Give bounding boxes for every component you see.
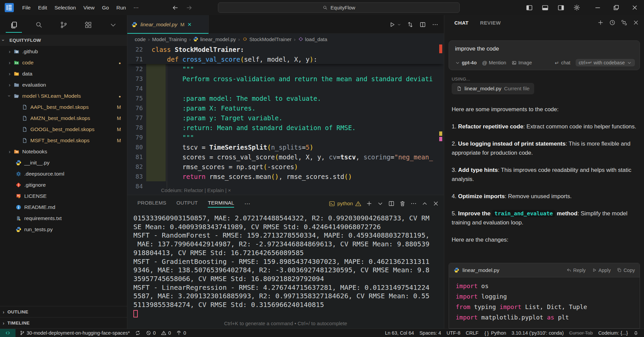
sidebar-item-outline[interactable]: OUTLINE xyxy=(0,306,127,317)
tree-item-license[interactable]: LICENSE xyxy=(0,190,127,202)
status-spaces-4[interactable]: Spaces: 4 xyxy=(417,329,444,337)
activity-explorer-icon[interactable] xyxy=(9,19,19,31)
layout-panel-icon[interactable] xyxy=(542,4,549,11)
chat-input-controls: gpt-4o @ Mention Image ↵ chat ctrl+↵ wit… xyxy=(455,59,635,66)
model-selector[interactable]: gpt-4o xyxy=(455,60,477,65)
terminal-output[interactable]: 015333960903150857, MAE: 2.0721744885443… xyxy=(133,214,429,317)
activity-extensions-icon[interactable] xyxy=(83,19,93,31)
status-utf-8[interactable]: UTF-8 xyxy=(444,329,463,337)
tree-item--github[interactable]: .github xyxy=(0,46,127,57)
menu-view[interactable]: View xyxy=(79,5,98,11)
tab-chat[interactable]: CHAT xyxy=(454,20,469,26)
trash-icon[interactable] xyxy=(399,200,406,207)
close-icon[interactable] xyxy=(633,19,639,26)
status-cursor-tab[interactable]: Cursor Tab xyxy=(566,329,595,337)
sync-changes-icon[interactable] xyxy=(407,21,414,28)
status-warning-triangle[interactable]: 0 xyxy=(158,329,173,337)
mention-button[interactable]: @ Mention xyxy=(482,60,506,65)
tree-item--gitignore[interactable]: .gitignore xyxy=(0,179,127,190)
tree-item-readme-md[interactable]: README.md xyxy=(0,202,127,213)
activity-source-control-icon[interactable] xyxy=(59,19,69,31)
status-sync[interactable] xyxy=(132,329,143,337)
plus-icon[interactable] xyxy=(597,19,604,26)
close-icon[interactable] xyxy=(432,200,439,207)
minimize-icon[interactable] xyxy=(594,4,601,11)
breadcrumb-code[interactable]: code xyxy=(135,36,146,42)
menu-run[interactable]: Run xyxy=(112,5,129,11)
image-button[interactable]: Image xyxy=(512,60,532,65)
close-icon[interactable] xyxy=(631,4,638,11)
menu-file[interactable]: File xyxy=(19,5,34,11)
breadcrumb-stockmodeltrainer[interactable]: StockModelTrainer xyxy=(242,36,291,42)
tree-item-amzn-best-model-skops[interactable]: AMZN_best_model.skopsM xyxy=(0,113,127,124)
chevron-up-icon[interactable] xyxy=(421,200,428,207)
chevron-down-icon[interactable] xyxy=(377,200,384,207)
panel-tab-terminal[interactable]: TERMINAL xyxy=(208,200,234,208)
status-branch[interactable]: 30-model-deployment-on-hugging-face-spac… xyxy=(17,329,132,337)
status-codeium-[interactable]: Codeium: {...} xyxy=(595,329,631,337)
tree-item--init-py[interactable]: __init__.py xyxy=(0,157,127,168)
activity-chevron-down-icon[interactable] xyxy=(108,19,118,31)
expand-icon[interactable] xyxy=(621,19,627,26)
status-3-10-14-py310-conda-[interactable]: 3.10.14 ('py310': conda) xyxy=(509,329,567,337)
breadcrumb-model-training[interactable]: Model_Training xyxy=(152,36,187,42)
history-icon[interactable] xyxy=(609,19,616,26)
breadcrumb-load-data[interactable]: load_data xyxy=(298,36,327,42)
explorer-section-header[interactable]: EQUITYFLOW xyxy=(0,35,127,46)
tree-item-msft-best-model-skops[interactable]: MSFT_best_model.skopsM xyxy=(0,135,127,146)
tree-item-aapl-best-model-skops[interactable]: AAPL_best_model.skopsM xyxy=(0,101,127,113)
menu-edit[interactable]: Edit xyxy=(34,5,51,11)
run-icon[interactable] xyxy=(389,21,395,28)
apply-button[interactable]: Apply xyxy=(592,268,611,273)
status-ln-63-col-64[interactable]: Ln 63, Col 64 xyxy=(382,329,417,337)
split-editor-icon[interactable] xyxy=(419,21,426,28)
tree-item-evaluation[interactable]: evaluation xyxy=(0,79,127,90)
reply-button[interactable]: Reply xyxy=(567,268,586,273)
settings-gear-icon[interactable] xyxy=(573,4,580,11)
tree-item-model-sklearn-models[interactable]: model \ SKLearn_Models xyxy=(0,90,127,101)
layout-sidebar-left-icon[interactable] xyxy=(526,4,533,11)
tree-item-googl-best-model-skops[interactable]: GOOGL_best_model.skopsM xyxy=(0,124,127,135)
tab-review[interactable]: REVIEW xyxy=(480,20,501,26)
status-broadcast[interactable]: 0 xyxy=(173,329,189,337)
more-icon[interactable] xyxy=(432,21,439,28)
status-bell[interactable] xyxy=(631,329,641,337)
panel-tab-problems[interactable]: PROBLEMS xyxy=(137,200,166,208)
context-file-pill[interactable]: linear_model.py Current file xyxy=(452,83,534,94)
more-icon[interactable] xyxy=(410,200,417,207)
chevron-down-icon[interactable] xyxy=(397,23,401,27)
tab-linear-model-py[interactable]: linear_model.py M ✕ xyxy=(127,15,209,34)
close-tab-icon[interactable]: ✕ xyxy=(188,22,192,28)
breadcrumb-linear-model-py[interactable]: linear_model.py xyxy=(193,36,236,42)
layout-sidebar-right-icon[interactable] xyxy=(557,4,565,11)
more-icon[interactable]: ⋯ xyxy=(244,200,250,207)
status-braces[interactable]: { }Python xyxy=(481,329,509,337)
sidebar-item-timeline[interactable]: TIMELINE xyxy=(0,317,127,328)
menu-more[interactable]: ⋯ xyxy=(130,5,142,11)
panel-tab-output[interactable]: OUTPUT xyxy=(176,200,198,208)
tree-item-requirements-txt[interactable]: requirements.txt xyxy=(0,213,127,224)
send-chat-button[interactable]: ↵ chat xyxy=(554,60,570,65)
python-icon xyxy=(15,160,22,166)
menu-go[interactable]: Go xyxy=(98,5,113,11)
tree-item-notebooks[interactable]: Notebooks xyxy=(0,146,127,157)
code-editor[interactable]: 22class StockModelTrainer:71 def cross_v… xyxy=(127,44,444,195)
activity-search-icon[interactable] xyxy=(34,19,44,31)
split-editor-icon[interactable] xyxy=(388,200,395,207)
codeium-hint[interactable]: Codeium: Refactor | Explain | × xyxy=(161,187,231,193)
menu-selection[interactable]: Selection xyxy=(51,5,80,11)
tree-item--deepsource-toml[interactable]: .deepsource.toml xyxy=(0,168,127,179)
status-crlf[interactable]: CRLF xyxy=(463,329,481,337)
tree-item-data[interactable]: data xyxy=(0,68,127,79)
copy-button[interactable]: Copy xyxy=(617,268,635,273)
restore-icon[interactable] xyxy=(613,4,620,11)
chat-input[interactable]: improve the code gpt-4o @ Mention Image … xyxy=(449,40,640,70)
plus-icon[interactable] xyxy=(366,200,373,207)
with-codebase-button[interactable]: ctrl+↵ with codebase xyxy=(576,59,635,66)
status-remote[interactable] xyxy=(0,329,15,337)
status-error-circle[interactable]: 0 xyxy=(143,329,158,337)
tree-item-run-tests-py[interactable]: run_tests.py xyxy=(0,224,127,235)
tree-item-code[interactable]: code xyxy=(0,57,127,68)
shell-selector[interactable]: python xyxy=(329,201,361,207)
command-search-box[interactable]: EquityFlow xyxy=(218,2,460,13)
